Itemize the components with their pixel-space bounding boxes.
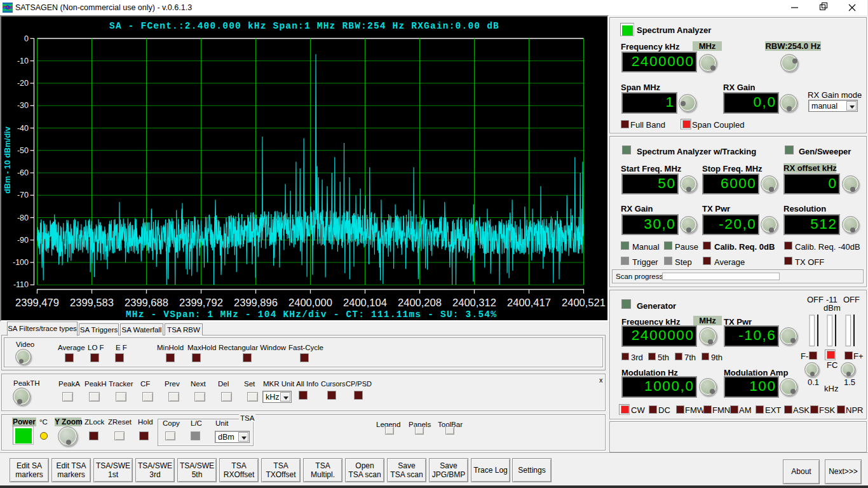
- svg-text:-60: -60: [17, 168, 29, 177]
- svg-text:0: 0: [24, 34, 29, 43]
- svg-text:2400,208: 2400,208: [398, 297, 442, 308]
- svg-text:2400,312: 2400,312: [452, 297, 496, 308]
- svg-text:-40: -40: [17, 124, 29, 133]
- svg-text:2399,896: 2399,896: [234, 297, 278, 308]
- svg-text:-90: -90: [17, 236, 29, 245]
- svg-text:2400,417: 2400,417: [507, 297, 551, 308]
- svg-text:-20: -20: [17, 79, 29, 88]
- svg-text:2399,688: 2399,688: [125, 297, 168, 308]
- svg-text:MHz - VSpan: 1 MHz - 104 KHz/d: MHz - VSpan: 1 MHz - 104 KHz/div - CT: 1…: [126, 309, 497, 320]
- svg-text:-80: -80: [17, 214, 29, 222]
- svg-text:2400,000: 2400,000: [288, 297, 332, 308]
- svg-text:-110: -110: [13, 280, 29, 289]
- svg-text:-100: -100: [13, 258, 29, 267]
- svg-text:-70: -70: [17, 191, 29, 200]
- svg-text:-30: -30: [17, 101, 29, 110]
- svg-text:SA - FCent.:2.400.000 kHz Span: SA - FCent.:2.400.000 kHz Span:1 MHz RBW…: [109, 21, 499, 31]
- svg-text:2400,104: 2400,104: [343, 297, 387, 308]
- svg-text:-10: -10: [17, 57, 29, 65]
- svg-text:2400,521: 2400,521: [562, 297, 606, 308]
- svg-text:2399,792: 2399,792: [179, 297, 223, 308]
- svg-text:dBm - 10 dBm/div: dBm - 10 dBm/div: [3, 126, 12, 194]
- svg-text:-50: -50: [17, 146, 29, 155]
- svg-text:2399,583: 2399,583: [70, 297, 114, 308]
- svg-text:2399,479: 2399,479: [15, 297, 59, 308]
